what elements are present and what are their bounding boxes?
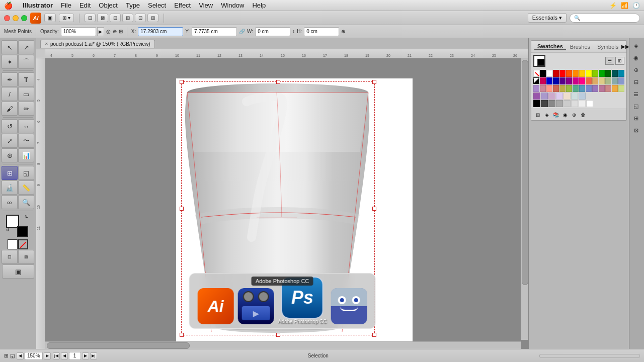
close-tab-icon[interactable]: ✕ <box>45 42 48 46</box>
swatch-color[interactable] <box>586 77 592 84</box>
swatch-color[interactable] <box>586 85 592 92</box>
apple-menu[interactable]: 🍎 <box>4 2 13 10</box>
minimize-button[interactable] <box>13 15 19 21</box>
tab-symbols[interactable]: Symbols <box>594 44 621 50</box>
swatch-color[interactable] <box>618 70 624 77</box>
zoom-next-btn[interactable]: ▶ <box>44 352 51 359</box>
direct-select-tool[interactable]: ↗ <box>18 40 34 54</box>
swatch-color[interactable] <box>599 85 605 92</box>
blend-tool[interactable]: ∞ <box>2 195 18 209</box>
h-input[interactable]: 0 cm <box>304 27 339 36</box>
swatch-color[interactable] <box>592 77 598 84</box>
page-input[interactable]: 1 <box>69 352 81 360</box>
view-mode-button[interactable]: ⊞ ▾ <box>59 14 74 22</box>
swatch-gradient[interactable] <box>533 77 539 84</box>
type-tool[interactable]: T <box>18 72 34 86</box>
essentials-dropdown[interactable]: Essentials ▾ <box>528 13 567 23</box>
menu-edit[interactable]: Edit <box>75 1 95 10</box>
right-icon-2[interactable]: ◉ <box>630 52 641 63</box>
align-center-button[interactable]: ⊠ <box>97 14 108 22</box>
swatch-color[interactable] <box>540 85 546 92</box>
new-color-group-btn[interactable]: ◉ <box>560 111 570 119</box>
y-input[interactable]: 7.7735 cm <box>192 27 237 36</box>
swatch-color[interactable] <box>553 85 559 92</box>
swatch-color[interactable] <box>553 77 559 84</box>
swatch-color[interactable] <box>571 93 578 100</box>
gradient-tool[interactable]: ◱ <box>18 166 34 180</box>
swatch-color[interactable] <box>612 70 618 77</box>
zoom-tool[interactable]: 🔍 <box>18 195 34 209</box>
new-swatch-group-btn[interactable]: ⊞ <box>533 111 542 119</box>
right-icon-7[interactable]: ⊞ <box>630 113 641 124</box>
swatch-color[interactable] <box>553 70 559 77</box>
paintbrush-tool[interactable]: 🖌 <box>2 102 18 116</box>
swatch-preview-fg[interactable] <box>533 55 545 67</box>
panel-forward-icon[interactable]: ▶▶ <box>621 44 629 49</box>
menu-help[interactable]: Help <box>248 1 270 10</box>
none-fill[interactable] <box>18 239 28 249</box>
measure-tool[interactable]: 📏 <box>18 180 34 195</box>
align-top-button[interactable]: ⊞ <box>122 14 133 22</box>
page-next-btn[interactable]: ▶ <box>82 352 89 359</box>
page-prev-btn[interactable]: ◀ <box>61 352 68 359</box>
tab-swatches[interactable]: Swatches <box>534 43 566 50</box>
swatch-color[interactable] <box>566 70 572 77</box>
swatch-color[interactable] <box>546 77 552 84</box>
align-mid-button[interactable]: ⊡ <box>135 14 146 22</box>
artboard-status-icon[interactable]: ⊞ <box>4 353 8 358</box>
scale-tool[interactable]: ⤢ <box>2 134 18 148</box>
close-button[interactable] <box>4 15 10 21</box>
symbol-spray-tool[interactable]: ⊛ <box>2 148 18 162</box>
swatch-color[interactable] <box>579 93 586 100</box>
pencil-tool[interactable]: ✏ <box>18 102 34 116</box>
view-full[interactable]: ⊠ <box>18 250 34 264</box>
swatch-color[interactable] <box>586 70 592 77</box>
swatch-color[interactable] <box>533 93 540 100</box>
swatch-color[interactable] <box>618 77 624 84</box>
show-kinds-btn[interactable]: ◈ <box>542 111 551 119</box>
swatch-color[interactable] <box>566 85 572 92</box>
menu-view[interactable]: View <box>195 1 217 10</box>
swatch-color[interactable] <box>546 85 552 92</box>
swatch-none[interactable] <box>533 70 539 77</box>
page-first-btn[interactable]: |◀ <box>53 352 60 359</box>
warp-tool[interactable]: 〜 <box>18 134 34 148</box>
swatch-color[interactable] <box>559 85 566 92</box>
swatch-color[interactable] <box>573 77 579 84</box>
eyedropper-tool[interactable]: 🔬 <box>2 180 18 195</box>
swatch-black-2[interactable] <box>533 100 540 107</box>
swatch-lib-btn[interactable]: 📚 <box>551 111 560 119</box>
swatch-color[interactable] <box>573 70 579 77</box>
list-view-btn[interactable]: ☰ <box>605 57 614 65</box>
opacity-input[interactable]: 100% <box>61 27 96 36</box>
menu-select[interactable]: Select <box>144 1 170 10</box>
zoom-prev-btn[interactable]: ◀ <box>17 352 24 359</box>
x-input[interactable]: 17.2903 cm <box>138 27 183 36</box>
dock-illustrator[interactable]: Ai <box>198 288 234 324</box>
color-fill[interactable] <box>8 239 18 249</box>
artboard-button[interactable]: ▣ <box>44 14 56 22</box>
reflect-tool[interactable]: ↔ <box>18 119 34 133</box>
menu-object[interactable]: Object <box>95 1 122 10</box>
swatch-color[interactable] <box>605 70 611 77</box>
right-icon-6[interactable]: ◱ <box>630 101 641 112</box>
artboards-tool[interactable]: ▣ <box>2 264 34 279</box>
swatch-color[interactable] <box>579 70 585 77</box>
right-icon-1[interactable]: ◈ <box>630 40 641 51</box>
selection-tool[interactable]: ↖ <box>2 40 18 54</box>
right-icon-8[interactable]: ⊠ <box>630 125 641 136</box>
horizontal-scrollbar[interactable] <box>45 341 521 349</box>
align-bottom-button[interactable]: ⊞ <box>147 14 158 22</box>
swatch-color[interactable] <box>592 85 598 92</box>
menu-window[interactable]: Window <box>217 1 248 10</box>
swatch-color[interactable] <box>579 85 585 92</box>
new-swatch-btn[interactable]: ⊕ <box>570 111 579 119</box>
scroll-thumb-h[interactable] <box>47 342 190 349</box>
menu-type[interactable]: Type <box>122 1 144 10</box>
right-icon-4[interactable]: ⊟ <box>630 76 641 87</box>
swatch-color[interactable] <box>592 70 598 77</box>
swatch-color[interactable] <box>556 100 563 107</box>
zoom-display[interactable]: 150% <box>25 352 43 360</box>
background-color[interactable] <box>17 226 28 237</box>
swatch-color[interactable] <box>548 93 555 100</box>
